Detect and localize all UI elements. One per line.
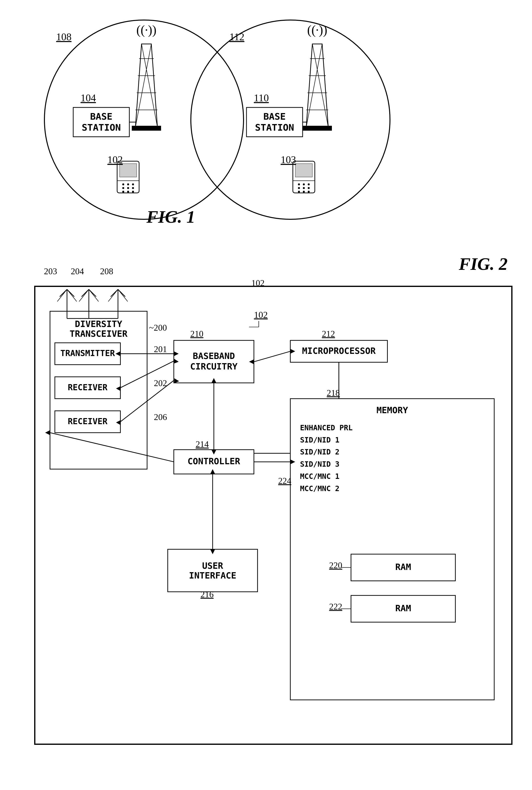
ref-102-fig2: 102 [251, 278, 265, 288]
svg-marker-114 [174, 359, 179, 363]
svg-text:108: 108 [56, 31, 72, 42]
svg-line-67 [89, 289, 96, 297]
svg-text:201: 201 [154, 344, 167, 354]
svg-rect-104 [351, 595, 455, 622]
svg-text:SID/NID  3: SID/NID 3 [300, 460, 339, 469]
svg-rect-102 [351, 554, 455, 581]
svg-marker-124 [211, 378, 216, 383]
svg-text:RECEIVER: RECEIVER [68, 383, 108, 392]
fig2-title: FIG. 2 [459, 254, 508, 274]
svg-line-113 [120, 361, 174, 388]
svg-line-119 [254, 351, 290, 362]
fig1-title: FIG. 1 [147, 207, 195, 227]
svg-marker-120 [290, 349, 295, 354]
svg-line-64 [67, 289, 77, 301]
svg-marker-128 [290, 459, 295, 464]
svg-rect-84 [174, 341, 254, 383]
svg-text:SID/NID  1: SID/NID 1 [300, 436, 339, 444]
svg-text:RECEIVER: RECEIVER [68, 417, 108, 426]
svg-text:206: 206 [154, 412, 167, 422]
svg-rect-94 [290, 399, 494, 700]
svg-line-61 [60, 289, 67, 297]
svg-text:BASEBAND: BASEBAND [193, 351, 235, 361]
svg-rect-80 [55, 377, 120, 399]
svg-marker-115 [116, 386, 121, 391]
svg-text:SID/NID  2: SID/NID 2 [300, 448, 339, 456]
svg-marker-112 [115, 351, 120, 356]
svg-text:MCC/MNC 2: MCC/MNC 2 [300, 484, 339, 493]
svg-text:222: 222 [329, 602, 342, 611]
svg-text:TRANSCEIVER: TRANSCEIVER [70, 329, 128, 339]
svg-text:212: 212 [322, 329, 335, 339]
svg-line-73 [108, 289, 118, 301]
svg-text:218: 218 [327, 388, 340, 398]
svg-line-116 [120, 381, 174, 422]
svg-text:202: 202 [154, 378, 167, 388]
ref-203: 203 [44, 266, 57, 276]
svg-text:MICROPROCESSOR: MICROPROCESSOR [302, 346, 376, 356]
svg-marker-133 [210, 549, 215, 554]
svg-rect-78 [55, 343, 120, 365]
svg-text:~200: ~200 [149, 323, 167, 333]
svg-marker-123 [211, 449, 216, 455]
circle-right [190, 20, 391, 220]
svg-line-74 [118, 289, 128, 301]
svg-rect-91 [168, 549, 258, 592]
svg-line-72 [118, 289, 125, 297]
svg-line-62 [67, 289, 74, 297]
svg-rect-75 [50, 311, 147, 469]
svg-marker-118 [116, 420, 121, 425]
svg-marker-121 [249, 359, 254, 364]
ref-208: 208 [100, 266, 113, 276]
svg-text:CONTROLLER: CONTROLLER [188, 456, 240, 466]
svg-text:102: 102 [254, 310, 268, 320]
svg-line-71 [111, 289, 118, 297]
svg-rect-89 [174, 449, 254, 474]
svg-text:DIVERSITY: DIVERSITY [75, 319, 122, 329]
svg-text:MCC/MNC 1: MCC/MNC 1 [300, 472, 339, 481]
svg-rect-87 [290, 341, 387, 362]
svg-text:224: 224 [278, 476, 291, 486]
svg-line-63 [57, 289, 67, 301]
svg-marker-117 [174, 378, 179, 383]
svg-text:TRANSMITTER: TRANSMITTER [60, 348, 115, 358]
svg-text:ENHANCED PRL: ENHANCED PRL [300, 423, 353, 432]
main-diagram-box: DIVERSITY TRANSCEIVER TRANSMITTER RECEIV… [34, 286, 512, 745]
svg-text:USER: USER [202, 561, 223, 571]
svg-text:210: 210 [190, 329, 204, 339]
svg-text:214: 214 [196, 439, 209, 449]
svg-text:INTERFACE: INTERFACE [189, 570, 236, 581]
svg-marker-134 [210, 469, 215, 474]
svg-rect-82 [55, 411, 120, 433]
svg-line-66 [81, 289, 89, 297]
svg-text:220: 220 [329, 561, 342, 570]
fig2: FIG. 2 DIVERSITY TRA [15, 252, 527, 769]
svg-marker-111 [174, 351, 179, 356]
svg-line-69 [89, 289, 99, 301]
svg-line-125 [50, 433, 174, 462]
svg-line-68 [79, 289, 89, 301]
fig1: ((·)) ((·)) BASE STATION B [24, 15, 508, 235]
ref-204: 204 [71, 266, 84, 276]
svg-text:CIRCUITRY: CIRCUITRY [190, 362, 238, 371]
svg-text:RAM: RAM [395, 562, 411, 572]
svg-text:RAM: RAM [395, 603, 411, 613]
svg-text:216: 216 [201, 589, 214, 599]
svg-marker-126 [45, 430, 50, 435]
svg-text:MEMORY: MEMORY [377, 405, 408, 415]
